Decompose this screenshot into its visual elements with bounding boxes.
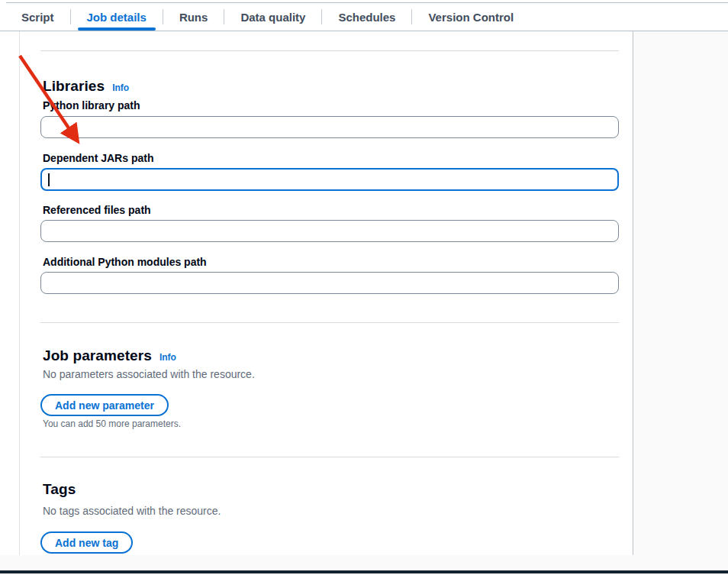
job-parameters-hint: You can add 50 more parameters. [43, 418, 181, 429]
dependent-jars-path-label: Dependent JARs path [43, 152, 153, 164]
dependent-jars-path-input[interactable] [40, 168, 619, 191]
right-gutter [634, 31, 728, 570]
add-new-parameter-button[interactable]: Add new parameter [40, 394, 169, 416]
glue-job-page: Script Job details Runs Data quality Sch… [0, 0, 728, 575]
tags-heading-row: Tags [43, 481, 76, 498]
python-library-path-input[interactable] [40, 116, 619, 138]
add-new-parameter-label: Add new parameter [55, 399, 154, 412]
additional-python-modules-path-label: Additional Python modules path [43, 256, 207, 268]
section-divider [40, 322, 619, 323]
section-divider [40, 457, 619, 457]
libraries-info-link[interactable]: Info [112, 82, 129, 93]
add-new-tag-button[interactable]: Add new tag [40, 531, 133, 554]
job-parameters-info-link[interactable]: Info [159, 352, 176, 363]
tags-heading: Tags [43, 481, 76, 498]
section-divider [40, 50, 619, 51]
job-parameters-empty-message: No parameters associated with the resour… [43, 368, 255, 380]
referenced-files-path-label: Referenced files path [43, 204, 151, 216]
job-parameters-heading: Job parameters [43, 347, 152, 364]
tab-schedules[interactable]: Schedules [322, 3, 411, 31]
tags-empty-message: No tags associated with the resource. [43, 505, 221, 517]
tab-data-quality[interactable]: Data quality [224, 3, 321, 31]
tab-runs[interactable]: Runs [163, 3, 224, 31]
bottom-window-edge [0, 570, 728, 573]
libraries-heading-row: Libraries Info [43, 78, 129, 95]
additional-python-modules-path-input[interactable] [40, 272, 619, 294]
python-library-path-label: Python library path [43, 99, 140, 111]
tab-script[interactable]: Script [5, 3, 70, 31]
libraries-heading: Libraries [43, 78, 105, 95]
text-cursor [48, 173, 50, 186]
tab-bar: Script Job details Runs Data quality Sch… [0, 3, 728, 31]
tab-job-details[interactable]: Job details [71, 3, 163, 31]
job-parameters-heading-row: Job parameters Info [43, 347, 176, 364]
bottom-gutter [0, 555, 728, 570]
referenced-files-path-input[interactable] [40, 220, 619, 242]
add-new-tag-label: Add new tag [55, 537, 118, 549]
job-details-panel: Libraries Info Python library path Depen… [19, 31, 633, 555]
tab-version-control[interactable]: Version Control [412, 3, 530, 31]
